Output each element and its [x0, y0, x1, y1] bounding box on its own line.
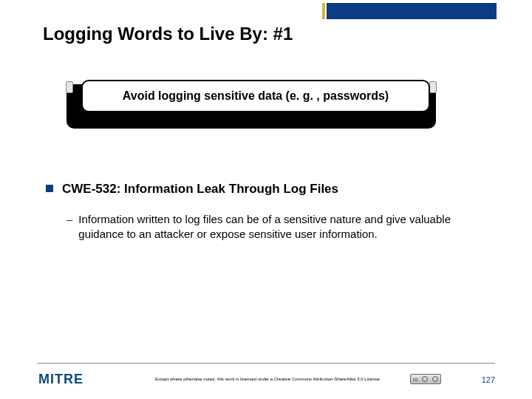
square-bullet-icon [46, 185, 53, 192]
scroll-end-right-icon [429, 81, 437, 93]
license-text: Except where otherwise noted, this work … [155, 377, 380, 381]
slide-title: Logging Words to Live By: #1 [43, 24, 293, 44]
mitre-logo: MITRE [38, 372, 83, 387]
sub-bullet-item: – Information written to log files can b… [66, 212, 488, 241]
bullet-text: CWE-532: Information Leak Through Log Fi… [62, 181, 338, 197]
cc-label: cc [413, 377, 418, 382]
header-accent-bar [327, 3, 497, 19]
page-number: 127 [482, 375, 495, 384]
scroll-end-left-icon [66, 81, 73, 93]
cc-by-icon [422, 376, 428, 382]
sub-bullet-text: Information written to log files can be … [78, 212, 488, 241]
callout-banner: Avoid logging sensitive data (e. g. , pa… [81, 80, 430, 112]
callout-text: Avoid logging sensitive data (e. g. , pa… [123, 89, 389, 103]
footer-divider [37, 363, 495, 364]
body-content: CWE-532: Information Leak Through Log Fi… [46, 181, 488, 241]
dash-bullet-icon: – [66, 212, 72, 227]
bullet-item: CWE-532: Information Leak Through Log Fi… [46, 181, 488, 197]
callout-box: Avoid logging sensitive data (e. g. , pa… [66, 80, 436, 129]
cc-sa-icon [432, 376, 438, 382]
cc-badge-icon: cc [410, 374, 441, 384]
